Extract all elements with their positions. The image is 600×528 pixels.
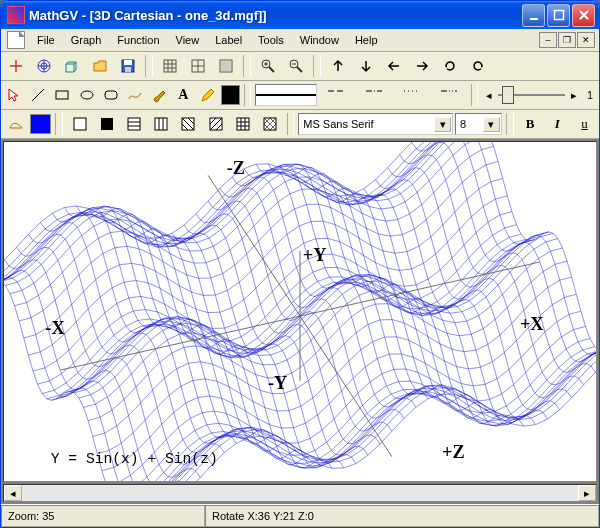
- new-3d-icon[interactable]: [59, 54, 85, 78]
- pointer-icon[interactable]: [3, 83, 25, 107]
- window-title: MathGV - [3D Cartesian - one_3d.mgf]]: [29, 8, 520, 23]
- scroll-track[interactable]: [22, 485, 578, 501]
- italic-icon[interactable]: I: [545, 112, 570, 136]
- font-family-value: MS Sans Serif: [303, 118, 373, 130]
- plot-canvas[interactable]: -Z +Z -X +X +Y -Y Y = Sin(x) + Sin(z): [3, 141, 597, 482]
- scroll-right-button[interactable]: ▸: [578, 485, 596, 501]
- svg-rect-14: [105, 91, 117, 99]
- slider-left-button[interactable]: ◂: [482, 83, 496, 107]
- open-icon[interactable]: [87, 54, 113, 78]
- pencil-icon[interactable]: [197, 83, 219, 107]
- fill-color-swatch[interactable]: [30, 114, 51, 134]
- surface-plot: -Z +Z -X +X +Y -Y Y = Sin(x) + Sin(z): [4, 142, 596, 481]
- axis-label-neg-z: -Z: [227, 158, 245, 178]
- region-icon[interactable]: [3, 112, 28, 136]
- line-style-solid[interactable]: [255, 84, 317, 106]
- slider-right-button[interactable]: ▸: [567, 83, 581, 107]
- app-window: MathGV - [3D Cartesian - one_3d.mgf]] Fi…: [0, 0, 600, 528]
- mdi-restore-button[interactable]: ❐: [558, 32, 576, 48]
- rotate-cw-icon[interactable]: [465, 54, 491, 78]
- underline-icon[interactable]: u: [572, 112, 597, 136]
- pattern-hatch1-icon[interactable]: [122, 112, 147, 136]
- toolbar-fill: MS Sans Serif ▾ 8 ▾ B I u: [1, 110, 599, 139]
- freehand-icon[interactable]: [124, 83, 146, 107]
- svg-rect-26: [237, 118, 249, 130]
- text-icon[interactable]: A: [172, 83, 194, 107]
- line-style-dot[interactable]: [394, 83, 430, 107]
- axis-label-pos-z: +Z: [442, 442, 465, 462]
- line-width-slider[interactable]: [498, 85, 565, 105]
- chevron-down-icon: ▾: [434, 117, 451, 132]
- pattern-hatch4-icon[interactable]: [203, 112, 228, 136]
- arrow-up-icon[interactable]: [325, 54, 351, 78]
- zoom-out-icon[interactable]: [283, 54, 309, 78]
- line-style-dashdot[interactable]: [356, 83, 392, 107]
- line-style-dashdotdot[interactable]: [431, 83, 467, 107]
- rounded-rect-icon[interactable]: [100, 83, 122, 107]
- mdi-controls: – ❐ ✕: [539, 32, 597, 48]
- minimize-button[interactable]: [522, 4, 545, 27]
- menu-help[interactable]: Help: [347, 31, 386, 49]
- svg-rect-7: [164, 60, 176, 72]
- arrow-left-icon[interactable]: [381, 54, 407, 78]
- content-area: -Z +Z -X +X +Y -Y Y = Sin(x) + Sin(z) ◂ …: [1, 139, 599, 504]
- menu-graph[interactable]: Graph: [63, 31, 110, 49]
- menubar: File Graph Function View Label Tools Win…: [1, 29, 599, 52]
- pattern-solid-icon[interactable]: [94, 112, 119, 136]
- axis-label-pos-y: +Y: [303, 245, 327, 265]
- save-icon[interactable]: [115, 54, 141, 78]
- pattern-hatch2-icon[interactable]: [149, 112, 174, 136]
- line-icon[interactable]: [27, 83, 49, 107]
- pattern-diagcross-icon[interactable]: [257, 112, 282, 136]
- svg-rect-21: [101, 118, 113, 130]
- new-2d-icon[interactable]: [3, 54, 29, 78]
- mdi-close-button[interactable]: ✕: [577, 32, 595, 48]
- horizontal-scrollbar[interactable]: ◂ ▸: [3, 484, 597, 502]
- svg-line-30: [208, 175, 392, 457]
- font-size-select[interactable]: 8 ▾: [455, 113, 502, 135]
- pattern-none-icon[interactable]: [67, 112, 92, 136]
- axis-label-neg-x: -X: [45, 318, 65, 338]
- grid-b-icon[interactable]: [185, 54, 211, 78]
- toolbar-draw: A ◂ ▸ 1: [1, 81, 599, 110]
- pattern-hatch3-icon[interactable]: [176, 112, 201, 136]
- arrow-right-icon[interactable]: [409, 54, 435, 78]
- line-style-dash[interactable]: [319, 83, 355, 107]
- menu-function[interactable]: Function: [109, 31, 167, 49]
- zoom-in-icon[interactable]: [255, 54, 281, 78]
- svg-rect-6: [125, 67, 131, 72]
- maximize-button[interactable]: [547, 4, 570, 27]
- close-button[interactable]: [572, 4, 595, 27]
- scroll-left-button[interactable]: ◂: [4, 485, 22, 501]
- svg-rect-12: [56, 91, 68, 99]
- grid-a-icon[interactable]: [157, 54, 183, 78]
- mdi-minimize-button[interactable]: –: [539, 32, 557, 48]
- stroke-color-swatch[interactable]: [221, 85, 240, 105]
- status-rotate: Rotate X:36 Y:21 Z:0: [205, 505, 599, 527]
- brush-icon[interactable]: [148, 83, 170, 107]
- menu-window[interactable]: Window: [292, 31, 347, 49]
- slider-value: 1: [583, 89, 597, 101]
- mdi-doc-icon[interactable]: [7, 31, 25, 49]
- menu-tools[interactable]: Tools: [250, 31, 292, 49]
- menu-view[interactable]: View: [168, 31, 208, 49]
- menu-label[interactable]: Label: [207, 31, 250, 49]
- arrow-down-icon[interactable]: [353, 54, 379, 78]
- menu-file[interactable]: File: [29, 31, 63, 49]
- app-icon: [7, 6, 25, 24]
- rect-icon[interactable]: [51, 83, 73, 107]
- ellipse-icon[interactable]: [76, 83, 98, 107]
- grid-c-icon[interactable]: [213, 54, 239, 78]
- bold-icon[interactable]: B: [518, 112, 543, 136]
- rotate-ccw-icon[interactable]: [437, 54, 463, 78]
- font-family-select[interactable]: MS Sans Serif ▾: [298, 113, 453, 135]
- svg-rect-5: [124, 60, 132, 65]
- font-size-value: 8: [460, 118, 466, 130]
- pattern-cross-icon[interactable]: [230, 112, 255, 136]
- new-polar-icon[interactable]: [31, 54, 57, 78]
- status-zoom: Zoom: 35: [1, 505, 205, 527]
- titlebar[interactable]: MathGV - [3D Cartesian - one_3d.mgf]]: [1, 1, 599, 29]
- chevron-down-icon: ▾: [483, 117, 500, 132]
- svg-rect-1: [554, 11, 563, 20]
- statusbar: Zoom: 35 Rotate X:36 Y:21 Z:0: [1, 504, 599, 527]
